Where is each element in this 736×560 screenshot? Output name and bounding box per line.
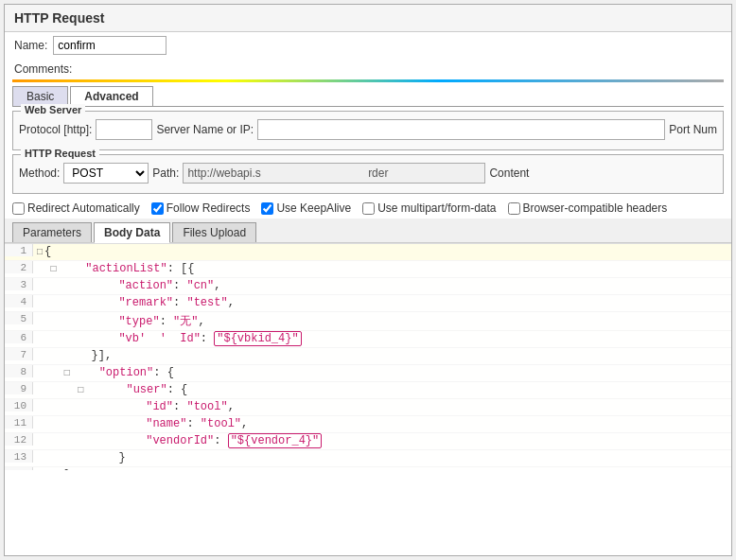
browser-compat-checkbox[interactable]	[508, 202, 520, 215]
follow-redirects-checkbox[interactable]	[151, 202, 164, 215]
inner-tabs-header: Parameters Body Data Files Upload	[5, 219, 731, 243]
web-server-section: Web Server Protocol [http]: Server Name …	[12, 111, 724, 150]
follow-redirects-label: Follow Redirects	[166, 201, 251, 215]
port-label: Port Num	[669, 123, 717, 136]
browser-compat-label: Browser-compatible headers	[523, 201, 668, 215]
code-area[interactable]: 1 □{ 2 □ "actionList": [{ 3 "action": "c…	[5, 243, 731, 470]
multipart-label: Use multipart/form-data	[377, 201, 496, 215]
path-input[interactable]	[183, 163, 485, 184]
code-line-13: 13 }	[5, 450, 731, 467]
code-line-9: 9 □ "user": {	[5, 382, 731, 399]
code-line-8: 8 □ "option": {	[5, 365, 731, 382]
checkbox-row: Redirect Automatically Follow Redirects …	[5, 198, 731, 219]
content-label: Content	[489, 166, 529, 180]
code-line-4: 4 "remark": "test",	[5, 295, 731, 312]
browser-compat-checkbox-item: Browser-compatible headers	[508, 201, 668, 215]
keepalive-checkbox-item: Use KeepAlive	[261, 201, 351, 215]
outer-tab-bar: Basic Advanced	[12, 86, 724, 107]
comments-label: Comments:	[14, 62, 72, 76]
code-line-5: 5 "type": "无",	[5, 312, 731, 331]
http-request-section: HTTP Request Method: POST GET PUT DELETE…	[12, 154, 724, 194]
code-line-3: 3 "action": "cn",	[5, 278, 731, 295]
multipart-checkbox[interactable]	[362, 202, 375, 215]
keepalive-checkbox[interactable]	[261, 202, 273, 215]
method-select[interactable]: POST GET PUT DELETE	[63, 163, 149, 184]
panel-title: HTTP Request	[5, 5, 731, 32]
code-line-1: 1 □{	[5, 244, 731, 261]
server-label: Server Name or IP:	[156, 123, 254, 136]
tab-basic[interactable]: Basic	[12, 86, 68, 106]
tab-files-upload[interactable]: Files Upload	[172, 222, 256, 242]
method-label: Method:	[19, 166, 60, 180]
web-server-fields: Protocol [http]: Server Name or IP: Port…	[19, 115, 717, 144]
code-line-10: 10 "id": "tool",	[5, 399, 731, 416]
follow-redirects-checkbox-item: Follow Redirects	[151, 201, 251, 215]
code-line-11: 11 "name": "tool",	[5, 416, 731, 433]
comments-row: Comments:	[5, 59, 731, 79]
redirect-auto-checkbox-item: Redirect Automatically	[12, 201, 140, 215]
tab-advanced[interactable]: Advanced	[70, 86, 152, 106]
name-input[interactable]	[53, 36, 166, 55]
outer-tabs-wrapper: Basic Advanced	[5, 82, 731, 107]
code-line-7: 7 }],	[5, 348, 731, 365]
redirect-auto-checkbox[interactable]	[12, 202, 25, 215]
server-input[interactable]	[257, 119, 665, 140]
main-panel: HTTP Request Name: Comments: Basic Advan…	[4, 4, 732, 556]
name-label: Name:	[14, 39, 47, 52]
tab-body-data[interactable]: Body Data	[94, 222, 170, 243]
name-row: Name:	[5, 32, 731, 59]
code-line-2: 2 □ "actionList": [{	[5, 261, 731, 278]
protocol-input[interactable]	[96, 119, 152, 140]
redirect-auto-label: Redirect Automatically	[27, 201, 140, 215]
path-label: Path:	[152, 166, 179, 180]
code-line-12: 12 "vendorId": "${vendor_4}"	[5, 433, 731, 450]
web-server-label: Web Server	[21, 104, 85, 115]
method-path-row: Method: POST GET PUT DELETE Path: Conten…	[19, 159, 717, 187]
tab-parameters[interactable]: Parameters	[12, 222, 92, 242]
keepalive-label: Use KeepAlive	[276, 201, 351, 215]
protocol-label: Protocol [http]:	[19, 123, 92, 136]
http-request-label: HTTP Request	[21, 148, 99, 159]
multipart-checkbox-item: Use multipart/form-data	[362, 201, 496, 215]
code-line-6: 6 "vb' ' Id": "${vbkid_4}"	[5, 331, 731, 348]
code-line-14: 14 },	[5, 467, 731, 470]
